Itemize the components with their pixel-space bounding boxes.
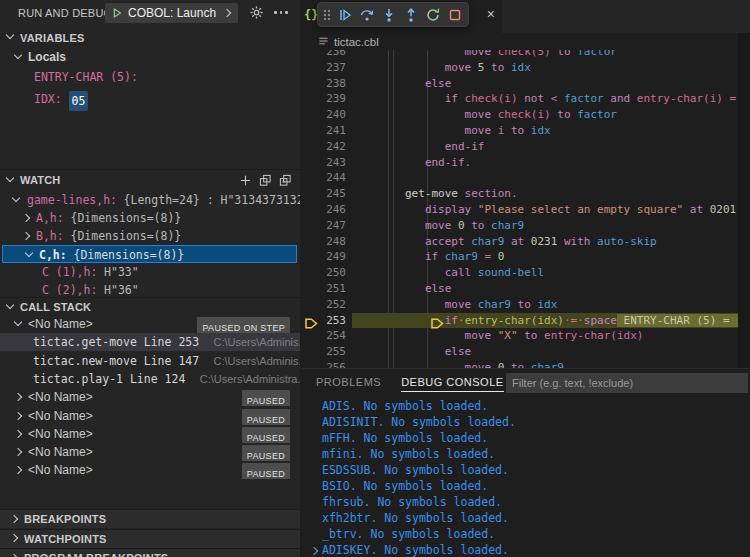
- toolbar-drag-handle[interactable]: [322, 7, 332, 23]
- start-debug-icon[interactable]: [111, 7, 123, 19]
- line-number[interactable]: 247: [302, 218, 346, 234]
- line-number[interactable]: 237: [302, 60, 346, 76]
- call-stack-frame-row[interactable]: tictac.get-move Line 253C:\Users\Adminis…: [0, 333, 300, 351]
- watch-row[interactable]: B,h:{Dimensions=(8)}: [0, 227, 300, 245]
- thread-label: <No Name>: [28, 425, 93, 443]
- chevron-right-icon: [14, 430, 23, 439]
- line-number[interactable]: 242: [302, 139, 346, 155]
- code-editor: 236 move check(5) to factor237 move 5 to…: [302, 50, 750, 368]
- restart-button[interactable]: [424, 6, 442, 24]
- variable-name: IDX:: [34, 90, 62, 108]
- debug-inline-value: ENTRY-CHAR (5) = ,: [617, 314, 749, 327]
- variable-row[interactable]: IDX:05: [0, 90, 300, 108]
- line-number[interactable]: 249: [302, 249, 346, 265]
- code-line-254: 254 move "X" to entry-char(idx): [302, 328, 750, 344]
- code-line-242: 242 end-if: [302, 139, 750, 155]
- line-number[interactable]: 243: [302, 155, 346, 171]
- chevron-down-icon: [25, 251, 34, 260]
- console-filter-input[interactable]: [506, 373, 748, 393]
- line-number[interactable]: 252: [302, 297, 346, 313]
- code-text: if·entry-char(idx)·=·space ENTRY-CHAR (5…: [405, 313, 749, 329]
- call-stack-frame-row[interactable]: tictac.play-1 Line 124C:\Users\Administr…: [0, 370, 300, 388]
- section-header-breakpoints[interactable]: BREAKPOINTS: [0, 509, 300, 528]
- gear-icon[interactable]: [249, 5, 264, 20]
- sidebar-title: RUN AND DEBUG: [18, 7, 112, 19]
- call-stack-thread-row[interactable]: <No Name>PAUSED ON STEP: [0, 315, 300, 333]
- watch-row[interactable]: A,h:{Dimensions=(8)}: [0, 209, 300, 227]
- close-tab-icon[interactable]: ×: [487, 7, 495, 21]
- thread-label: <No Name>: [28, 388, 93, 406]
- line-number[interactable]: 244: [302, 170, 346, 186]
- code-line-252: 252 move char9 to idx: [302, 297, 750, 313]
- line-number[interactable]: 253: [302, 313, 346, 329]
- line-number[interactable]: 240: [302, 107, 346, 123]
- thread-status-badge: PAUSED: [242, 409, 290, 425]
- section-header-watchpoints[interactable]: WATCHPOINTS: [0, 529, 300, 548]
- watch-row[interactable]: game-lines,h:{Length=24} : H"31343731323…: [0, 191, 300, 209]
- line-number[interactable]: 248: [302, 234, 346, 250]
- step-into-button[interactable]: [380, 6, 398, 24]
- stop-button[interactable]: [446, 6, 464, 24]
- call-stack-thread-row[interactable]: <No Name>PAUSED: [0, 443, 300, 461]
- variable-row[interactable]: ENTRY-CHAR (5):: [0, 68, 300, 86]
- watch-expression-value: {Dimensions=(8)}: [71, 209, 182, 227]
- variables-section-header[interactable]: VARIABLES: [0, 28, 300, 47]
- collapse-all-icon[interactable]: [279, 174, 292, 187]
- frame-name: tictac.get-move Line 253: [33, 333, 199, 351]
- line-number[interactable]: 250: [302, 265, 346, 281]
- step-over-button[interactable]: [358, 6, 376, 24]
- line-number[interactable]: 255: [302, 344, 346, 360]
- call-stack-section-header[interactable]: CALL STACK: [0, 297, 300, 316]
- watch-expression-value: {Dimensions=(8)}: [71, 227, 182, 245]
- call-stack-thread-row[interactable]: <No Name>PAUSED: [0, 388, 300, 406]
- remove-all-expressions-icon[interactable]: [259, 174, 272, 187]
- chevron-right-icon: [10, 515, 19, 524]
- tab-debug-console[interactable]: DEBUG CONSOLE: [401, 369, 503, 392]
- line-number[interactable]: 236: [302, 50, 346, 60]
- code-text: move check(5) to factor: [405, 50, 617, 60]
- line-number[interactable]: 241: [302, 123, 346, 139]
- code-line-240: 240 move check(i) to factor: [302, 107, 750, 123]
- watch-row[interactable]: C,h:{Dimensions=(8)}: [2, 245, 297, 263]
- code-line-245: 245get-move section.: [302, 186, 750, 202]
- launch-config-dropdown[interactable]: COBOL: Launch: [105, 3, 238, 23]
- thread-label: <No Name>: [28, 443, 93, 461]
- code-line-247: 247 move 0 to char9: [302, 218, 750, 234]
- thread-label: <No Name>: [28, 461, 93, 479]
- chevron-right-icon: [14, 466, 23, 475]
- tab-problems[interactable]: PROBLEMS: [316, 369, 381, 391]
- chevron-right-icon: [14, 448, 23, 457]
- frame-path: C:\Users\Adminis...: [214, 333, 301, 351]
- frame-path: C:\Users\Adminis...: [214, 352, 301, 370]
- console-line: ADISKEY. No symbols loaded.: [322, 542, 509, 557]
- call-stack-thread-row[interactable]: <No Name>PAUSED: [0, 425, 300, 443]
- line-number[interactable]: 251: [302, 281, 346, 297]
- line-number[interactable]: 239: [302, 91, 346, 107]
- line-number[interactable]: 245: [302, 186, 346, 202]
- step-out-button[interactable]: [402, 6, 420, 24]
- code-line-246: 246 display "Please select an empty squa…: [302, 202, 750, 218]
- line-number[interactable]: 254: [302, 328, 346, 344]
- watch-row[interactable]: C (1),h:H"33": [0, 263, 300, 281]
- add-expression-icon[interactable]: [239, 174, 252, 187]
- thread-status-badge: PAUSED: [242, 427, 290, 443]
- call-stack-frame-row[interactable]: tictac.new-move Line 147C:\Users\Adminis…: [0, 352, 300, 370]
- section-header-program-breakpoints[interactable]: PROGRAM BREAKPOINTS: [0, 548, 300, 557]
- more-actions-icon[interactable]: [274, 11, 288, 14]
- line-number[interactable]: 256: [302, 360, 346, 368]
- call-stack-thread-row[interactable]: <No Name>PAUSED: [0, 461, 300, 479]
- code-line-237: 237 move 5 to idx: [302, 60, 750, 76]
- line-number[interactable]: 246: [302, 202, 346, 218]
- minimap[interactable]: [738, 33, 750, 368]
- console-line: fhrsub. No symbols loaded.: [322, 494, 502, 510]
- variable-value: 05: [69, 91, 89, 111]
- breadcrumb[interactable]: tictac.cbl: [302, 33, 750, 50]
- watch-section-header[interactable]: WATCH: [0, 169, 300, 190]
- chevron-right-icon: [22, 214, 31, 223]
- call-stack-thread-row[interactable]: <No Name>PAUSED: [0, 407, 300, 425]
- continue-button[interactable]: [336, 6, 354, 24]
- line-number[interactable]: 238: [302, 76, 346, 92]
- variables-scope-locals[interactable]: Locals: [0, 48, 300, 66]
- code-line-250: 250 call sound-bell: [302, 265, 750, 281]
- console-input-chevron-icon[interactable]: [310, 547, 319, 556]
